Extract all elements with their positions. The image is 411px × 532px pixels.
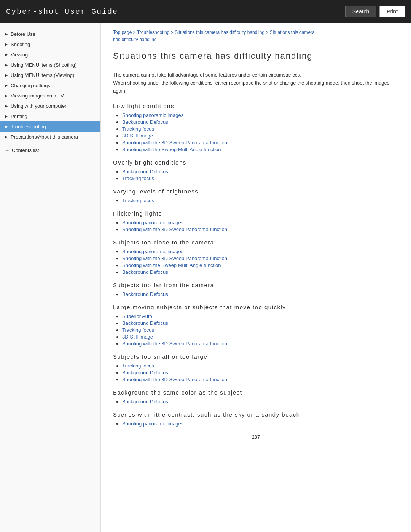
sidebar-item-label: Before Use [11,31,35,37]
link-tracking-2[interactable]: Tracking focus [122,176,154,181]
main-layout: Before Use Shooting Viewing Using MENU i… [0,23,411,532]
sidebar-item-before-use[interactable]: Before Use [0,29,100,39]
list-item: Shooting with the 3D Sweep Panorama func… [116,227,399,232]
section-overly-bright: Overly bright conditions Background Defo… [113,159,399,181]
list-item: Shooting with the Sweep Multi Angle func… [116,262,399,268]
link-tracking-1[interactable]: Tracking focus [122,126,154,132]
sidebar-item-label: Using MENU items (Viewing) [11,72,74,78]
link-3d-still-2[interactable]: 3D Still Image [122,334,153,340]
section-low-light: Low light conditions Shooting panoramic … [113,103,399,152]
sidebar-item-printing[interactable]: Printing [0,111,100,121]
sidebar-item-shooting[interactable]: Shooting [0,39,100,50]
list-item: 3D Still Image [116,133,399,139]
arrow-icon [5,32,8,37]
breadcrumb-top[interactable]: Top page [113,30,132,35]
list-item: Background Defocus [116,320,399,326]
link-panoramic-2[interactable]: Shooting panoramic images [122,220,183,225]
list-item: Shooting panoramic images [116,421,399,427]
sidebar-item-troubleshooting[interactable]: Troubleshooting [0,121,100,132]
list-item: Shooting panoramic images [116,220,399,225]
breadcrumb-troubleshooting[interactable]: Troubleshooting [137,30,170,35]
intro-text: The camera cannot take full advantage of… [113,71,399,95]
search-button[interactable]: Search [345,6,376,17]
sidebar-item-label: Changing settings [11,83,50,88]
section-title-little-contrast: Scenes with little contrast, such as the… [113,411,399,418]
link-3d-still-1[interactable]: 3D Still Image [122,133,153,139]
contents-list-link[interactable]: → Contents list [0,144,100,157]
link-bg-defocus-7[interactable]: Background Defocus [122,399,168,404]
link-panoramic-4[interactable]: Shooting panoramic images [122,421,183,427]
sidebar-item-precautions[interactable]: Precautions/About this camera [0,132,100,142]
link-sweep-multi-2[interactable]: Shooting with the Sweep Multi Angle func… [122,262,221,268]
link-bg-defocus-3[interactable]: Background Defocus [122,269,168,275]
sidebar-item-label: Viewing [11,52,28,58]
section-list-same-color: Background Defocus [113,399,399,404]
sidebar-item-label: Using with your computer [11,103,67,109]
list-item: Shooting with the 3D Sweep Panorama func… [116,140,399,145]
list-item: Tracking focus [116,198,399,203]
link-3d-sweep-2[interactable]: Shooting with the 3D Sweep Panorama func… [122,227,227,232]
section-title-varying-brightness: Varying levels of brightness [113,188,399,195]
link-bg-defocus-1[interactable]: Background Defocus [122,119,168,125]
section-list-too-close: Shooting panoramic images Shooting with … [113,249,399,275]
list-item: Tracking focus [116,176,399,181]
arrow-icon [5,42,8,47]
link-3d-sweep-5[interactable]: Shooting with the 3D Sweep Panorama func… [122,377,227,382]
link-panoramic-3[interactable]: Shooting panoramic images [122,249,183,254]
section-little-contrast: Scenes with little contrast, such as the… [113,411,399,427]
arrow-icon [5,83,8,88]
section-list-too-small-large: Tracking focus Background Defocus Shooti… [113,363,399,382]
sidebar-item-using-computer[interactable]: Using with your computer [0,101,100,111]
link-tracking-3[interactable]: Tracking focus [122,198,154,203]
link-3d-sweep-4[interactable]: Shooting with the 3D Sweep Panorama func… [122,341,227,347]
arrow-icon [5,104,8,109]
sidebar-item-label: Printing [11,113,27,119]
sidebar-item-viewing-tv[interactable]: Viewing images on a TV [0,91,100,101]
sidebar-item-label: Troubleshooting [11,124,46,129]
link-3d-sweep-1[interactable]: Shooting with the 3D Sweep Panorama func… [122,140,227,145]
list-item: Shooting with the 3D Sweep Panorama func… [116,377,399,382]
arrow-icon [5,73,8,78]
section-title-same-color: Background the same color as the subject [113,389,399,396]
section-too-close: Subjects too close to the camera Shootin… [113,239,399,275]
link-sweep-multi-1[interactable]: Shooting with the Sweep Multi Angle func… [122,147,221,152]
arrow-icon [5,134,8,139]
section-large-moving: Large moving subjects or subjects that m… [113,304,399,347]
list-item: Tracking focus [116,126,399,132]
sidebar-item-changing-settings[interactable]: Changing settings [0,80,100,91]
section-list-little-contrast: Shooting panoramic images [113,421,399,427]
list-item: Tracking focus [116,327,399,333]
sidebar-item-label: Shooting [11,42,30,47]
section-title-too-close: Subjects too close to the camera [113,239,399,246]
list-item: 3D Still Image [116,334,399,340]
sidebar-item-label: Using MENU items (Shooting) [11,62,76,68]
link-superior-auto[interactable]: Superior Auto [122,313,152,319]
link-bg-defocus-2[interactable]: Background Defocus [122,169,168,174]
section-title-too-small-large: Subjects too small or too large [113,353,399,360]
arrow-icon [5,52,8,57]
link-bg-defocus-6[interactable]: Background Defocus [122,370,168,375]
contents-list-label: Contents list [12,147,39,153]
arrow-icon [5,114,8,119]
sidebar-item-menu-viewing[interactable]: Using MENU items (Viewing) [0,70,100,80]
link-bg-defocus-5[interactable]: Background Defocus [122,320,168,326]
section-list-varying-brightness: Tracking focus [113,198,399,203]
list-item: Background Defocus [116,169,399,174]
breadcrumb: Top page > Troubleshooting > Situations … [113,29,399,43]
intro-line-2: When shooting under the following condit… [113,79,399,95]
link-bg-defocus-4[interactable]: Background Defocus [122,291,168,297]
list-item: Background Defocus [116,269,399,275]
section-title-too-far: Subjects too far from the camera [113,282,399,288]
link-tracking-4[interactable]: Tracking focus [122,327,154,333]
section-same-color: Background the same color as the subject… [113,389,399,404]
link-panoramic[interactable]: Shooting panoramic images [122,112,183,118]
section-list-low-light: Shooting panoramic images Background Def… [113,112,399,152]
sidebar-item-menu-shooting[interactable]: Using MENU items (Shooting) [0,60,100,70]
link-3d-sweep-3[interactable]: Shooting with the 3D Sweep Panorama func… [122,256,227,261]
sidebar-item-viewing[interactable]: Viewing [0,50,100,60]
section-list-overly-bright: Background Defocus Tracking focus [113,169,399,181]
print-button[interactable]: Print [379,6,405,17]
breadcrumb-situations[interactable]: Situations this camera has difficulty ha… [175,30,264,35]
link-tracking-5[interactable]: Tracking focus [122,363,154,369]
intro-line-1: The camera cannot take full advantage of… [113,71,399,79]
